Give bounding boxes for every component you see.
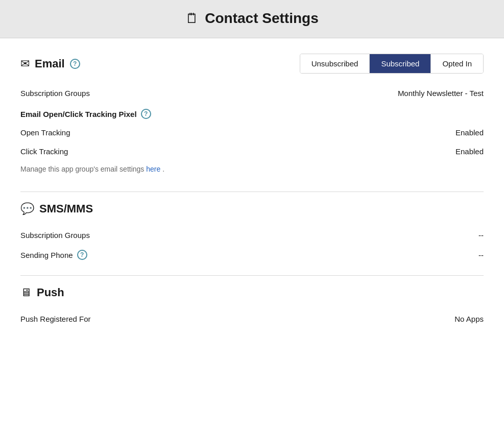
- open-tracking-row: Open Tracking Enabled: [20, 123, 484, 142]
- email-section: ✉ Email ? Unsubscribed Subscribed Opted …: [20, 54, 484, 181]
- opted-in-button[interactable]: Opted In: [431, 54, 483, 73]
- sms-section-title: SMS/MMS: [39, 202, 93, 216]
- click-tracking-row: Click Tracking Enabled: [20, 142, 484, 161]
- open-tracking-value: Enabled: [455, 128, 484, 137]
- main-content: ✉ Email ? Unsubscribed Subscribed Opted …: [0, 38, 504, 430]
- page-header: 🗒 Contact Settings: [0, 0, 504, 38]
- email-section-title: Email: [35, 57, 65, 70]
- push-section: 🖥 Push Push Registered For No Apps: [20, 286, 484, 328]
- push-icon: 🖥: [20, 286, 32, 299]
- subscription-groups-label: Subscription Groups: [20, 89, 90, 98]
- sending-phone-value: --: [478, 251, 484, 259]
- unsubscribed-button[interactable]: Unsubscribed: [300, 54, 370, 73]
- email-subscription-toggle: Unsubscribed Subscribed Opted In: [300, 54, 484, 74]
- sending-phone-help-icon[interactable]: ?: [77, 250, 87, 260]
- push-registered-value: No Apps: [454, 315, 484, 323]
- email-help-icon[interactable]: ?: [70, 59, 80, 69]
- sms-section-header: 💬 SMS/MMS: [20, 202, 484, 216]
- email-icon: ✉: [20, 57, 30, 70]
- subscription-groups-value: Monthly Newsletter - Test: [398, 89, 484, 98]
- tracking-help-icon[interactable]: ?: [141, 109, 151, 119]
- open-tracking-label: Open Tracking: [20, 128, 70, 137]
- subscription-groups-row: Subscription Groups Monthly Newsletter -…: [20, 84, 484, 103]
- push-registered-row: Push Registered For No Apps: [20, 309, 484, 328]
- sms-subscription-groups-row: Subscription Groups --: [20, 226, 484, 245]
- click-tracking-value: Enabled: [455, 147, 484, 156]
- manage-text: Manage this app group's email settings h…: [20, 161, 484, 181]
- sms-subscription-groups-label: Subscription Groups: [20, 231, 90, 240]
- sms-icon: 💬: [20, 202, 34, 216]
- sending-phone-label: Sending Phone: [20, 251, 73, 259]
- sms-section: 💬 SMS/MMS Subscription Groups -- Sending…: [20, 202, 484, 265]
- push-registered-label: Push Registered For: [20, 315, 91, 323]
- email-sms-divider: [20, 192, 484, 192]
- push-section-header: 🖥 Push: [20, 286, 484, 299]
- sms-push-divider: [20, 275, 484, 276]
- sending-phone-label-group: Sending Phone ?: [20, 250, 87, 260]
- sending-phone-row: Sending Phone ? --: [20, 245, 484, 265]
- push-title-group: 🖥 Push: [20, 286, 64, 299]
- header-icon: 🗒: [185, 11, 199, 27]
- email-section-header: ✉ Email ? Unsubscribed Subscribed Opted …: [20, 54, 484, 74]
- email-title-group: ✉ Email ?: [20, 57, 80, 70]
- tracking-subsection-header: Email Open/Click Tracking Pixel ?: [20, 103, 484, 123]
- manage-link[interactable]: here: [146, 165, 160, 173]
- tracking-subsection-title: Email Open/Click Tracking Pixel: [20, 110, 137, 118]
- page-title: Contact Settings: [205, 10, 318, 27]
- click-tracking-label: Click Tracking: [20, 147, 68, 156]
- subscribed-button[interactable]: Subscribed: [370, 54, 431, 73]
- push-section-title: Push: [37, 286, 64, 299]
- sms-title-group: 💬 SMS/MMS: [20, 202, 93, 216]
- sms-subscription-groups-value: --: [478, 231, 484, 240]
